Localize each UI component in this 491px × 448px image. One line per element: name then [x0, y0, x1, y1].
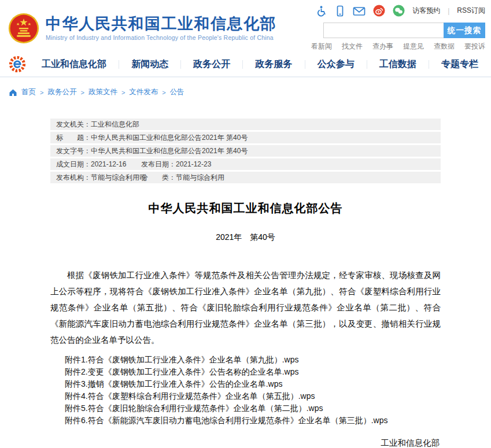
attachment-list: 附件1.符合《废钢铁加工行业准入条件》企业名单（第九批）.wps 附件2.变更《…	[50, 354, 441, 427]
nav-item-special-topics[interactable]: 专题专栏	[441, 58, 478, 71]
meta-row-document-number: 发文字号： 中华人民共和国工业和信息化部公告2021年 第40号	[50, 145, 441, 157]
announcement-number: 2021年 第40号	[50, 232, 441, 243]
quick-link-files[interactable]: 找文件	[342, 42, 363, 51]
signer-name: 工业和信息化部	[50, 436, 440, 448]
national-emblem-icon	[8, 13, 39, 44]
attachment-link-6[interactable]: 附件6.符合《新能源汽车废旧动力蓄电池综合利用行业规范条件》企业名单（第三批）.…	[65, 414, 441, 427]
accessibility-icon[interactable]	[316, 5, 327, 17]
breadcrumb: 首页 > 政务公开 > 政策文件 > 文件发布 > 公告	[0, 77, 491, 97]
meta-value: 工业和信息化部	[91, 119, 139, 130]
meta-value: 节能与综合利用	[176, 172, 224, 183]
search-input[interactable]	[323, 23, 444, 38]
meta-label: 发文字号：	[56, 145, 91, 157]
nav-item-ministry[interactable]: 工业和信息化部	[42, 58, 106, 71]
search-button[interactable]: 统一搜索	[444, 23, 485, 38]
meta-row-agency-category: 发布机构： 节能与综合利用司 分 类： 节能与综合利用	[50, 172, 441, 183]
site-logo-link[interactable]: 中华人民共和国工业和信息化部 Ministry of Industry and …	[8, 13, 276, 44]
breadcrumb-separator: >	[162, 89, 165, 96]
breadcrumb-policy-files[interactable]: 政策文件	[88, 87, 117, 97]
header-utility-bar: 访客预约 | RSS订阅	[316, 5, 485, 17]
meta-row-title: 标 题： 中华人民共和国工业和信息化部公告2021年 第40号	[50, 132, 441, 143]
meta-label: 发布机构：	[56, 172, 91, 183]
nav-items: 工业和信息化部 新闻动态 政务公开 政务服务 公众参与 工信数据 专题专栏	[42, 58, 478, 71]
nav-item-data[interactable]: 工信数据	[379, 58, 416, 71]
nav-item-news[interactable]: 新闻动态	[131, 58, 168, 71]
meta-label: 分 类：	[141, 172, 176, 183]
meta-value: 节能与综合利用司	[91, 172, 146, 183]
site-title-block: 中华人民共和国工业和信息化部 Ministry of Industry and …	[46, 16, 276, 42]
search-bar: 统一搜索	[323, 23, 485, 38]
meta-row-issuing-agency: 发文机关： 工业和信息化部	[50, 119, 441, 130]
weibo-icon[interactable]	[373, 5, 385, 17]
attachment-link-1[interactable]: 附件1.符合《废钢铁加工行业准入条件》企业名单（第九批）.wps	[65, 354, 441, 366]
attachment-link-4[interactable]: 附件4.符合《废塑料综合利用行业规范条件》企业名单（第五批）.wps	[65, 390, 441, 402]
wechat-icon[interactable]	[393, 5, 405, 17]
breadcrumb-gov-disclosure[interactable]: 政务公开	[47, 87, 76, 97]
meta-group-publish-agency: 发布机构： 节能与综合利用司	[56, 172, 141, 183]
nav-item-public-participation[interactable]: 公众参与	[318, 58, 355, 71]
meta-value: 2021-12-23	[176, 158, 211, 170]
announcement-title: 中华人民共和国工业和信息化部公告	[50, 201, 441, 216]
breadcrumb-home[interactable]: 首页	[21, 87, 36, 97]
signature-block: 工业和信息化部 2021年12月16日	[50, 436, 441, 448]
quick-links: 看新闻 找文件 查办事 提意见 查数据 要投诉	[311, 42, 485, 51]
nav-divider	[305, 60, 305, 69]
nav-divider	[367, 60, 367, 69]
quick-link-complaint[interactable]: 要投诉	[464, 42, 485, 51]
gear-logo-icon[interactable]	[8, 55, 27, 73]
meta-row-dates: 成文日期： 2021-12-16 发布日期： 2021-12-23	[50, 158, 441, 170]
nav-item-gov-services[interactable]: 政务服务	[255, 58, 292, 71]
meta-group-publish-date: 发布日期： 2021-12-23	[141, 158, 211, 170]
breadcrumb-separator: >	[80, 89, 84, 96]
meta-label: 发布日期：	[141, 158, 176, 170]
site-title: 中华人民共和国工业和信息化部	[46, 16, 276, 33]
attachment-link-3[interactable]: 附件3.撤销《废钢铁加工行业准入条件》公告的企业名单.wps	[65, 378, 441, 390]
meta-value: 中华人民共和国工业和信息化部公告2021年 第40号	[91, 132, 248, 143]
main-nav: 工业和信息化部 新闻动态 政务公开 政务服务 公众参与 工信数据 专题专栏	[0, 52, 491, 77]
top-links-divider: |	[448, 7, 449, 15]
meta-group-category: 分 类： 节能与综合利用	[141, 172, 224, 183]
nav-divider	[180, 60, 181, 69]
attachment-link-2[interactable]: 附件2.变更《废钢铁加工行业准入条件》公告名称的企业名单.wps	[65, 366, 441, 378]
attachment-link-5[interactable]: 附件5.符合《废旧轮胎综合利用行业规范条件》企业名单（第二批）.wps	[65, 402, 441, 414]
nav-divider	[242, 60, 243, 69]
meta-label: 发文机关：	[56, 119, 91, 130]
home-icon[interactable]	[9, 88, 17, 97]
meta-label: 成文日期：	[56, 158, 91, 170]
rss-link[interactable]: RSS订阅	[457, 6, 485, 16]
quick-link-news[interactable]: 看新闻	[311, 42, 332, 51]
site-subtitle: Ministry of Industry and Information Tec…	[46, 34, 276, 41]
quick-link-services[interactable]: 查办事	[372, 42, 393, 51]
breadcrumb-announcement[interactable]: 公告	[170, 87, 184, 97]
meta-label: 标 题：	[56, 132, 91, 143]
mail-icon[interactable]	[353, 5, 366, 17]
quick-link-feedback[interactable]: 提意见	[403, 42, 424, 51]
meta-group-written-date: 成文日期： 2021-12-16	[56, 158, 141, 170]
announcement-body: 根据《废钢铁加工行业准入条件》等规范条件及相关公告管理办法规定，经专家审核、现场…	[50, 267, 441, 348]
breadcrumb-file-release[interactable]: 文件发布	[129, 87, 158, 97]
nav-item-gov-disclosure[interactable]: 政务公开	[193, 58, 230, 71]
quick-link-data[interactable]: 查数据	[434, 42, 455, 51]
site-header: 中华人民共和国工业和信息化部 Ministry of Industry and …	[0, 0, 491, 52]
breadcrumb-separator: >	[40, 89, 43, 96]
meta-value: 中华人民共和国工业和信息化部公告2021年 第40号	[91, 145, 248, 157]
nav-divider	[429, 60, 429, 69]
breadcrumb-separator: >	[121, 89, 125, 96]
document-content: 发文机关： 工业和信息化部 标 题： 中华人民共和国工业和信息化部公告2021年…	[50, 119, 441, 448]
visitor-appointment-link[interactable]: 访客预约	[412, 6, 440, 16]
meta-value: 2021-12-16	[91, 158, 126, 170]
mobile-icon[interactable]	[335, 5, 345, 17]
nav-divider	[119, 60, 119, 69]
